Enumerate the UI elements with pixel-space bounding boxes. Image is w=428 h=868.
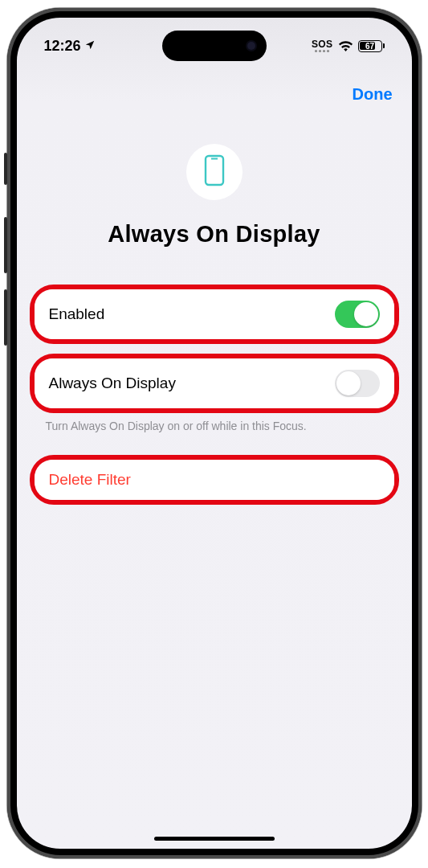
aod-row[interactable]: Always On Display (35, 358, 394, 408)
status-right: SOS 67 (312, 39, 385, 52)
highlight-delete: Delete Filter (30, 455, 399, 505)
status-time: 12:26 (44, 38, 81, 55)
aod-footer-text: Turn Always On Display on or off while i… (30, 415, 399, 455)
phone-frame: 12:26 SOS 67 (7, 8, 422, 858)
svg-rect-0 (206, 156, 223, 185)
toggle-knob (336, 371, 361, 395)
highlight-enabled: Enabled (30, 285, 399, 344)
enabled-label: Enabled (49, 305, 105, 323)
toggle-knob (354, 302, 378, 326)
aod-label: Always On Display (49, 375, 176, 392)
sos-indicator: SOS (312, 39, 333, 52)
status-left: 12:26 (44, 38, 96, 55)
delete-filter-row[interactable]: Delete Filter (35, 460, 394, 500)
highlight-aod: Always On Display (30, 354, 399, 413)
battery-icon: 67 (358, 40, 385, 52)
nav-bar: Done (17, 63, 412, 112)
done-button[interactable]: Done (353, 85, 393, 104)
location-icon (84, 38, 96, 55)
content-area: Enabled Always On Display Turn Always On… (17, 285, 412, 505)
dynamic-island (162, 31, 267, 61)
screen: 12:26 SOS 67 (17, 18, 412, 849)
delete-filter-label: Delete Filter (49, 471, 131, 489)
header-section: Always On Display (17, 112, 412, 285)
aod-toggle[interactable] (335, 370, 380, 397)
page-title: Always On Display (33, 221, 396, 248)
wifi-icon (338, 40, 353, 51)
enabled-row[interactable]: Enabled (35, 289, 394, 339)
icon-circle (186, 144, 243, 200)
phone-icon (204, 154, 225, 190)
enabled-toggle[interactable] (335, 301, 380, 328)
home-indicator[interactable] (154, 837, 275, 841)
